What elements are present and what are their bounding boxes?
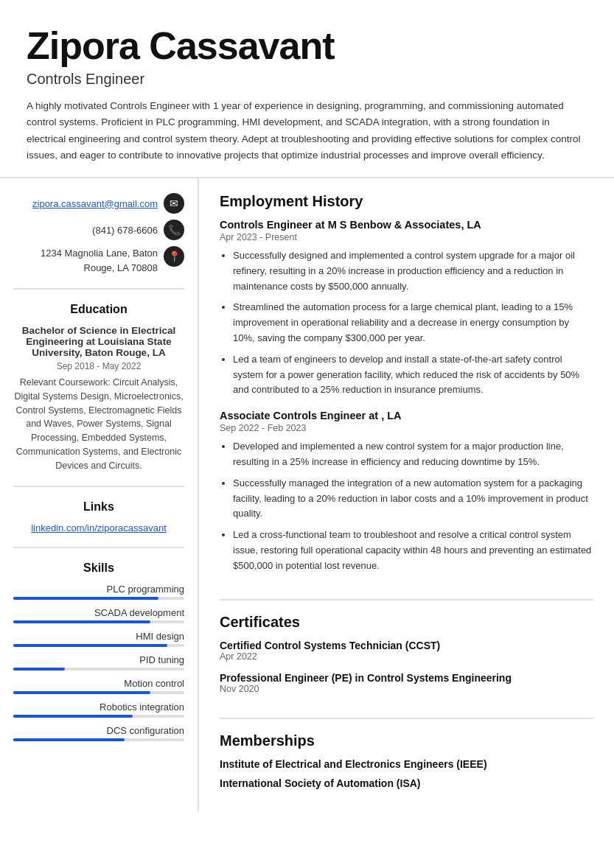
bullet-item: Successfully managed the integration of … <box>233 476 593 522</box>
email-link[interactable]: zipora.cassavant@gmail.com <box>32 198 158 209</box>
education-title: Education <box>13 303 184 316</box>
job-bullets: Successfully designed and implemented a … <box>220 248 593 398</box>
bullet-item: Developed and implemented a new control … <box>233 439 593 470</box>
skill-item: PLC programming <box>13 584 184 600</box>
job-title: Controls Engineer at M S Benbow & Associ… <box>220 219 593 231</box>
skill-bar-fill <box>13 668 65 671</box>
degree-text: Bachelor of Science in Electrical Engine… <box>13 325 184 358</box>
skill-bar-bg <box>13 668 184 671</box>
cert-title: Certified Control Systems Technician (CC… <box>220 640 593 651</box>
contact-section: zipora.cassavant@gmail.com ✉ (841) 678-6… <box>13 193 184 290</box>
phone-item: (841) 678-6606 📞 <box>13 220 184 240</box>
education-block: Bachelor of Science in Electrical Engine… <box>13 325 184 472</box>
skill-bar-bg <box>13 715 184 718</box>
cert-block: Certified Control Systems Technician (CC… <box>220 640 593 662</box>
skill-item: SCADA development <box>13 607 184 623</box>
bullet-item: Successfully designed and implemented a … <box>233 248 593 294</box>
skill-name: PLC programming <box>13 584 184 595</box>
email-icon: ✉ <box>164 193 184 214</box>
skill-name: HMI design <box>13 631 184 642</box>
job-block: Controls Engineer at M S Benbow & Associ… <box>220 219 593 398</box>
summary-text: A highly motivated Controls Engineer wit… <box>27 98 587 164</box>
skill-item: PID tuning <box>13 654 184 671</box>
cert-title: Professional Engineer (PE) in Control Sy… <box>220 672 593 684</box>
skills-title: Skills <box>13 561 184 575</box>
skill-bar-fill <box>13 715 133 718</box>
skill-item: DCS configuration <box>13 725 184 741</box>
education-section: Education Bachelor of Science in Electri… <box>13 303 184 487</box>
edu-dates: Sep 2018 - May 2022 <box>13 361 184 371</box>
skills-container: PLC programming SCADA development HMI de… <box>13 584 184 741</box>
edu-courses: Relevant Coursework: Circuit Analysis, D… <box>13 376 184 472</box>
header: Zipora Cassavant Controls Engineer A hig… <box>0 0 614 178</box>
candidate-name: Zipora Cassavant <box>27 24 587 68</box>
skill-bar-fill <box>13 620 150 623</box>
skill-name: DCS configuration <box>13 725 184 736</box>
employment-title: Employment History <box>220 193 593 210</box>
phone-text: (841) 678-6606 <box>92 225 158 236</box>
cert-block: Professional Engineer (PE) in Control Sy… <box>220 672 593 694</box>
memberships-title: Memberships <box>220 732 593 749</box>
skill-bar-fill <box>13 597 158 600</box>
certs-container: Certified Control Systems Technician (CC… <box>220 640 593 694</box>
certificates-title: Certificates <box>220 614 593 631</box>
bullet-item: Led a team of engineers to develop and i… <box>233 352 593 398</box>
job-title: Associate Controls Engineer at , LA <box>220 410 593 421</box>
job-bullets: Developed and implemented a new control … <box>220 439 593 573</box>
skill-name: Motion control <box>13 678 184 689</box>
right-column: Employment History Controls Engineer at … <box>199 178 614 811</box>
skill-item: Robotics integration <box>13 701 184 718</box>
skill-name: SCADA development <box>13 607 184 618</box>
membership-item: Institute of Electrical and Electronics … <box>220 758 593 770</box>
address-text: 1234 Magnolia Lane, BatonRouge, LA 70808 <box>41 246 158 275</box>
skill-name: PID tuning <box>13 654 184 665</box>
email-item: zipora.cassavant@gmail.com ✉ <box>13 193 184 214</box>
address-item: 1234 Magnolia Lane, BatonRouge, LA 70808… <box>13 246 184 275</box>
skill-item: Motion control <box>13 678 184 694</box>
memberships-section: Memberships Institute of Electrical and … <box>220 732 593 789</box>
skill-item: HMI design <box>13 631 184 647</box>
left-column: zipora.cassavant@gmail.com ✉ (841) 678-6… <box>0 178 199 811</box>
main-content: zipora.cassavant@gmail.com ✉ (841) 678-6… <box>0 178 614 811</box>
employment-section: Employment History Controls Engineer at … <box>220 193 593 601</box>
membership-item: International Society of Automation (ISA… <box>220 777 593 789</box>
skill-bar-bg <box>13 691 184 694</box>
candidate-title: Controls Engineer <box>27 71 587 88</box>
bullet-item: Led a cross-functional team to troublesh… <box>233 528 593 573</box>
skills-section: Skills PLC programming SCADA development… <box>13 561 184 741</box>
skill-bar-fill <box>13 691 150 694</box>
skill-bar-bg <box>13 597 184 600</box>
bullet-item: Streamlined the automation process for a… <box>233 300 593 346</box>
skill-name: Robotics integration <box>13 701 184 713</box>
cert-date: Nov 2020 <box>220 684 593 694</box>
skill-bar-fill <box>13 738 125 741</box>
phone-icon: 📞 <box>164 220 184 240</box>
job-block: Associate Controls Engineer at , LA Sep … <box>220 410 593 573</box>
location-icon: 📍 <box>164 246 184 267</box>
links-title: Links <box>13 500 184 514</box>
job-dates: Sep 2022 - Feb 2023 <box>220 423 593 433</box>
certificates-section: Certificates Certified Control Systems T… <box>220 614 593 719</box>
job-dates: Apr 2023 - Present <box>220 232 593 242</box>
links-block: linkedin.com/in/ziporacassavant <box>13 522 184 533</box>
skill-bar-bg <box>13 620 184 623</box>
skill-bar-fill <box>13 644 167 647</box>
jobs-container: Controls Engineer at M S Benbow & Associ… <box>220 219 593 574</box>
linkedin-link[interactable]: linkedin.com/in/ziporacassavant <box>13 522 184 533</box>
skill-bar-bg <box>13 644 184 647</box>
skill-bar-bg <box>13 738 184 741</box>
cert-date: Apr 2022 <box>220 651 593 662</box>
memberships-container: Institute of Electrical and Electronics … <box>220 758 593 789</box>
links-section: Links linkedin.com/in/ziporacassavant <box>13 500 184 548</box>
